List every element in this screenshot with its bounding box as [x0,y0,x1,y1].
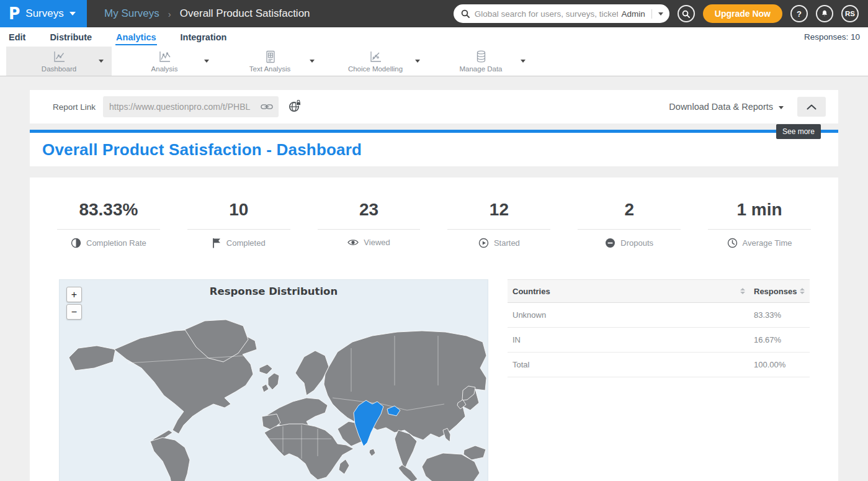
stat-label: Started [494,238,520,248]
chevron-up-icon [807,104,817,110]
stat-value: 10 [174,200,304,220]
sort-icon[interactable] [800,288,805,294]
flag-icon [212,238,221,248]
report-url-input[interactable] [109,102,261,112]
bell-icon [820,9,829,18]
tab-dashboard[interactable]: Dashboard [6,47,112,76]
stat-value: 12 [434,200,564,220]
page-title: Overall Product Satisfaction - Dashboard [42,140,362,160]
stat-label: Dropouts [620,238,653,248]
globe-lock-icon [288,100,302,114]
stat-divider [447,229,550,230]
zoom-out-button[interactable]: − [66,304,82,320]
topbar-actions: Admin Upgrade Now ? RS [454,4,868,23]
area-chart-icon [158,50,172,64]
minus-circle-icon [605,238,615,248]
top-bar: P Surveys My Surveys › Overall Product S… [0,0,868,27]
line-chart-icon [52,50,66,64]
tab-dropdown-icon[interactable] [521,60,526,63]
stat-label: Completed [226,238,266,248]
sort-icon[interactable] [740,288,745,294]
tab-analysis[interactable]: Analysis [112,47,217,76]
response-distribution-map[interactable]: + − Response Distribution [59,279,488,481]
country-cell: IN [512,335,754,344]
stat-viewed: 23 Viewed [304,200,434,248]
nav-item-edit[interactable]: Edit [8,29,26,45]
zoom-in-button[interactable]: + [66,287,82,302]
clock-icon [727,238,738,248]
tab-choice-modelling[interactable]: Choice Modelling [323,47,428,76]
stat-divider [57,229,160,230]
countries-column-header[interactable]: Countries [512,287,550,296]
search-scope-dropdown-icon[interactable] [658,12,663,16]
product-switcher[interactable]: P Surveys [0,0,87,27]
country-cell: Unknown [512,310,754,320]
tab-text-analysis[interactable]: Text Analysis [217,47,323,76]
see-more-button[interactable] [797,97,826,117]
report-privacy-button[interactable] [288,100,302,114]
nav-item-distribute[interactable]: Distribute [49,29,92,45]
chevron-down-icon [69,12,76,16]
report-link-label: Report Link [53,102,96,112]
notifications-button[interactable] [816,5,833,22]
search-input[interactable] [475,9,618,19]
country-cell: Total [512,360,754,369]
table-row: Unknown 83.33% [508,303,810,328]
stat-label: Completion Rate [86,238,146,248]
breadcrumb-my-surveys[interactable]: My Surveys [104,7,159,20]
eye-icon [347,238,359,246]
question-mark-icon: ? [797,9,802,19]
see-more-tooltip: See more [776,124,821,139]
stat-divider [187,229,290,230]
nav-item-analytics[interactable]: Analytics [115,29,156,45]
tab-manage-data[interactable]: Manage Data [428,47,534,76]
tab-dropdown-icon[interactable] [204,60,209,63]
tab-label: Text Analysis [249,65,290,73]
scatter-chart-icon [369,50,383,64]
stat-divider [578,229,681,230]
world-map [60,311,488,481]
quick-search-button[interactable] [678,5,695,22]
report-actions: Download Data & Reports [669,97,826,117]
stat-dropouts: 2 Dropouts [564,200,694,248]
responses-column-header[interactable]: Responses [754,287,797,296]
survey-nav-links: Edit Distribute Analytics Integration [8,29,227,45]
table-row: IN 16.67% [508,328,810,353]
tab-label: Manage Data [459,65,502,73]
help-button[interactable]: ? [790,5,808,22]
global-search[interactable]: Admin [454,4,669,23]
stat-completed: 10 Completed [174,200,304,248]
tab-label: Choice Modelling [348,65,403,73]
stat-divider [708,229,811,230]
doc-table-icon [263,50,277,64]
product-label: Surveys [25,7,63,20]
upgrade-now-button[interactable]: Upgrade Now [703,4,782,23]
search-scope-label: Admin [618,9,652,19]
stat-started: 12 Started [434,200,564,248]
tab-dropdown-icon[interactable] [310,60,315,63]
download-dropdown-icon[interactable] [779,106,784,109]
search-icon [682,10,690,18]
stat-value: 83.33% [43,200,174,220]
stat-divider [318,229,421,230]
nav-item-integration[interactable]: Integration [180,29,228,45]
report-url-box [103,96,279,117]
stat-label: Average Time [743,238,792,248]
download-data-reports[interactable]: Download Data & Reports [669,102,773,112]
breadcrumb: My Surveys › Overall Product Satisfactio… [104,7,310,20]
avatar[interactable]: RS [841,5,859,22]
link-icon[interactable] [261,102,273,111]
database-icon [474,50,488,64]
responses-cell: 83.33% [754,310,805,320]
table-row: Total 100.00% [508,353,810,377]
map-title: Response Distribution [60,285,488,297]
stats-row: 83.33% Completion Rate 10 Completed 23 V… [30,178,838,248]
stat-average-time: 1 min Average Time [694,200,825,248]
responses-count: Responses: 10 [804,32,860,42]
responses-cell: 16.67% [754,335,805,344]
tab-dropdown-icon[interactable] [99,60,104,63]
tab-label: Analysis [151,65,178,73]
tab-dropdown-icon[interactable] [415,60,420,63]
report-link-bar: Report Link Download Data & Reports See … [30,90,838,124]
search-icon [461,9,470,18]
